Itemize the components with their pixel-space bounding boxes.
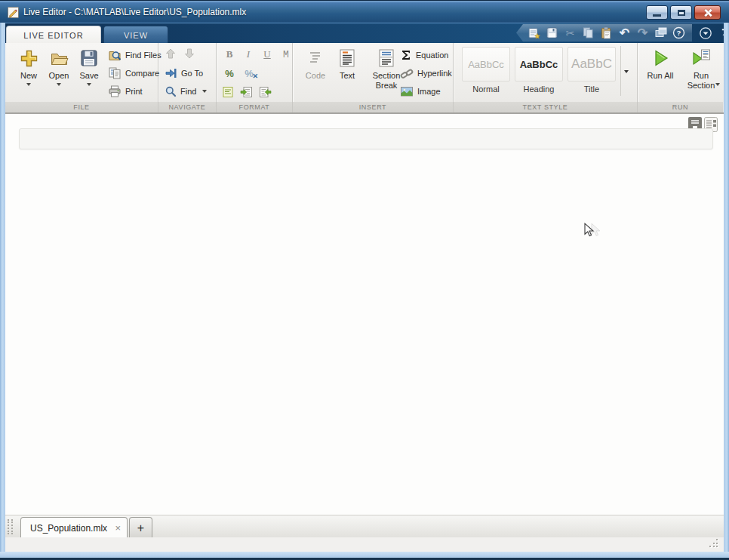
indent-right-icon (240, 86, 253, 98)
open-caret-icon (57, 83, 61, 86)
open-label: Open (49, 71, 69, 81)
find-button[interactable]: Find (165, 84, 207, 99)
go-to-label: Go To (181, 69, 203, 78)
mouse-cursor (580, 222, 605, 243)
undo-icon: ↶ (620, 27, 629, 39)
live-script-icon (7, 6, 20, 19)
wrap-comments-button[interactable] (222, 86, 234, 98)
section-label-navigate: NAVIGATE (158, 102, 216, 112)
save-button[interactable]: Save (73, 45, 105, 86)
go-down-button[interactable] (183, 48, 195, 60)
insert-hyperlink-button[interactable]: Hyperlink (400, 66, 452, 81)
copy-icon (582, 26, 595, 39)
new-button[interactable]: New (13, 45, 45, 86)
gallery-divider (620, 46, 621, 96)
copy-button[interactable] (581, 26, 595, 40)
ribbon-section-insert: Code Text (293, 43, 454, 112)
tab-bar-grip[interactable] (8, 519, 13, 534)
switch-windows-icon (654, 26, 668, 39)
open-icon (49, 45, 69, 71)
resize-grip[interactable] (709, 539, 719, 549)
insert-text-label: Text (340, 71, 355, 81)
style-heading-button[interactable]: AaBbCc Heading (515, 47, 563, 94)
save-caret-icon (87, 83, 91, 86)
new-document-tab-button[interactable]: + (129, 517, 152, 538)
empty-code-line[interactable] (19, 128, 713, 149)
equation-icon (400, 49, 412, 61)
help-button[interactable]: ? (672, 26, 686, 40)
minimize-button[interactable] (646, 5, 668, 20)
section-label-file: FILE (5, 102, 158, 112)
wrap-comments-icon (222, 86, 234, 98)
minimize-icon (653, 14, 661, 17)
insert-code-button[interactable]: Code (300, 45, 331, 81)
window-border-left (0, 23, 5, 560)
monospace-button[interactable]: M (278, 49, 294, 60)
window-controls (646, 5, 721, 20)
section-label-insert: INSERT (293, 102, 453, 112)
style-normal-button[interactable]: AaBbCc Normal (462, 47, 510, 94)
hyperlink-icon (400, 67, 414, 79)
close-button[interactable] (694, 5, 721, 20)
italic-button[interactable]: I (240, 48, 257, 60)
restore-button[interactable] (670, 5, 692, 20)
go-to-button[interactable]: Go To (165, 66, 203, 81)
cut-button[interactable]: ✂ (563, 26, 577, 40)
document-tab-label: US_Population.mlx (30, 523, 110, 534)
paste-icon (600, 26, 613, 39)
new-icon (19, 45, 39, 71)
insert-equation-button[interactable]: Equation (400, 48, 448, 63)
uncomment-x-icon: ✕ (252, 72, 258, 80)
indent-left-icon (259, 86, 272, 98)
print-label: Print (125, 87, 143, 96)
switch-windows-button[interactable] (654, 26, 668, 40)
style-heading-preview: AaBbCc (520, 59, 558, 70)
arrow-down-icon (183, 48, 195, 60)
new-script-button[interactable] (527, 26, 541, 40)
find-files-label: Find Files (125, 51, 161, 60)
redo-icon: ↷ (638, 27, 647, 39)
save-icon (546, 26, 558, 39)
redo-button[interactable]: ↷ (635, 26, 650, 40)
tab-live-editor[interactable]: LIVE EDITOR (6, 26, 101, 44)
close-icon (703, 8, 712, 17)
document-tab[interactable]: US_Population.mlx × (20, 517, 128, 538)
compare-button[interactable]: Compare (108, 66, 159, 81)
insert-text-button[interactable]: Text (332, 45, 362, 81)
paste-button[interactable] (599, 26, 614, 40)
underline-button[interactable]: U (259, 48, 275, 60)
arrow-up-icon (165, 48, 177, 60)
compare-label: Compare (125, 69, 159, 78)
go-to-icon (165, 67, 177, 79)
insert-image-button[interactable]: Image (400, 84, 441, 99)
open-button[interactable]: Open (43, 45, 75, 86)
section-label-run: RUN (638, 102, 723, 112)
chevron-down-circle-icon (699, 26, 712, 40)
uncomment-button[interactable]: %✕ (241, 68, 257, 79)
run-section-caret-icon (715, 83, 720, 86)
print-icon (108, 85, 122, 98)
qat-dropdown-button[interactable] (698, 26, 712, 40)
tab-view[interactable]: VIEW (103, 26, 168, 44)
run-all-button[interactable]: Run All (642, 45, 678, 81)
comment-button[interactable]: % (222, 68, 237, 79)
find-icon (165, 85, 177, 97)
run-section-button[interactable]: Run Section (681, 45, 721, 86)
run-all-icon (650, 45, 671, 71)
window-border-right (724, 23, 729, 560)
undo-button[interactable]: ↶ (617, 26, 632, 40)
indent-left-button[interactable] (259, 86, 272, 98)
style-title-button[interactable]: AaBbC Title (568, 47, 616, 94)
section-label-format: FORMAT (217, 102, 292, 112)
bold-button[interactable]: B (221, 48, 238, 60)
save-button-qat[interactable] (545, 26, 559, 40)
find-files-button[interactable]: Find Files (108, 48, 161, 63)
go-up-button[interactable] (165, 48, 177, 60)
document-area[interactable] (5, 112, 724, 515)
title-bar: Live Editor - C:\MATLAB\Live Editor\US_P… (0, 0, 729, 23)
insert-code-icon (306, 45, 325, 71)
print-button[interactable]: Print (108, 84, 143, 99)
style-gallery-dropdown-button[interactable] (624, 63, 629, 76)
indent-right-button[interactable] (240, 86, 253, 98)
tab-close-icon[interactable]: × (115, 522, 121, 534)
